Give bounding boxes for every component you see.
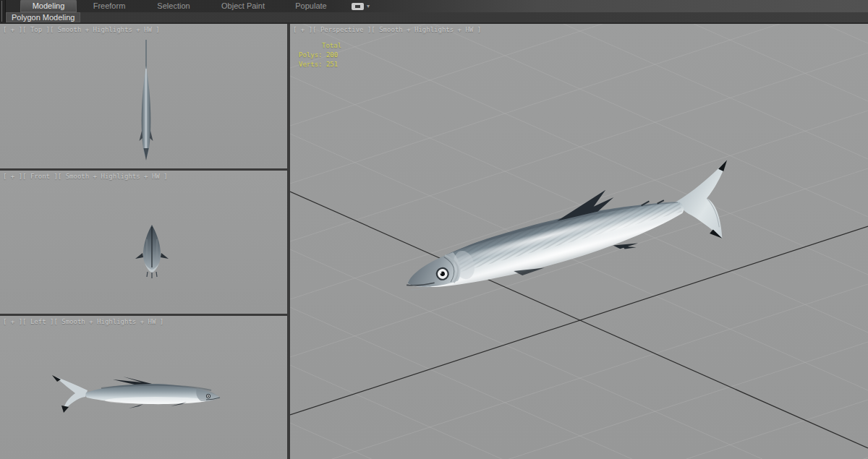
- viewport-left[interactable]: [ + ][ Left ][ Smooth + Highlights + HW …: [0, 316, 287, 459]
- tab-selection[interactable]: Selection: [142, 0, 205, 12]
- tab-populate[interactable]: Populate: [281, 0, 341, 12]
- stats-total-header: Total: [299, 41, 341, 51]
- perspective-scene: [290, 24, 868, 459]
- ribbon-toggle-icon: [352, 3, 364, 10]
- tab-object-paint[interactable]: Object Paint: [205, 0, 281, 12]
- fish-model-left-view: [0, 316, 287, 459]
- ribbon-left-handle[interactable]: [0, 0, 6, 22]
- stats-polys: Polys: 200: [299, 51, 341, 60]
- fish-model-top-view: [0, 24, 287, 168]
- subtab-polygon-modeling[interactable]: Polygon Modeling: [6, 12, 80, 22]
- ribbon-tab-bar: Modeling Freeform Selection Object Paint…: [0, 0, 868, 12]
- viewport-perspective[interactable]: [ + ][ Perspective ][ Smooth + Highlight…: [290, 24, 868, 459]
- fish-model-perspective[interactable]: [396, 157, 747, 321]
- viewport-perspective-label[interactable]: [ + ][ Perspective ][ Smooth + Highlight…: [293, 26, 481, 33]
- tab-freeform[interactable]: Freeform: [77, 0, 142, 12]
- ribbon-subtab-bar: Polygon Modeling: [0, 12, 868, 22]
- viewport-top[interactable]: [ + ][ Top ][ Smooth + Highlights + HW ]: [0, 24, 287, 168]
- chevron-down-icon: ▾: [367, 3, 370, 9]
- viewport-front-label[interactable]: [ + ][ Front ][ Smooth + Highlights + HW…: [3, 173, 168, 180]
- viewport-left-label[interactable]: [ + ][ Left ][ Smooth + Highlights + HW …: [3, 318, 163, 325]
- viewport-statistics: Total Polys: 200 Verts: 251: [299, 41, 341, 69]
- tab-modeling[interactable]: Modeling: [20, 0, 77, 12]
- stats-verts: Verts: 251: [299, 60, 341, 69]
- max-3d-workspace: { "ribbon": { "tabs": [ {"label": "Model…: [0, 0, 868, 459]
- viewport-top-label[interactable]: [ + ][ Top ][ Smooth + Highlights + HW ]: [3, 26, 160, 33]
- fish-model-front-view: [0, 171, 287, 314]
- viewport-front[interactable]: [ + ][ Front ][ Smooth + Highlights + HW…: [0, 171, 287, 314]
- ribbon-display-toggle[interactable]: ▾: [352, 0, 370, 12]
